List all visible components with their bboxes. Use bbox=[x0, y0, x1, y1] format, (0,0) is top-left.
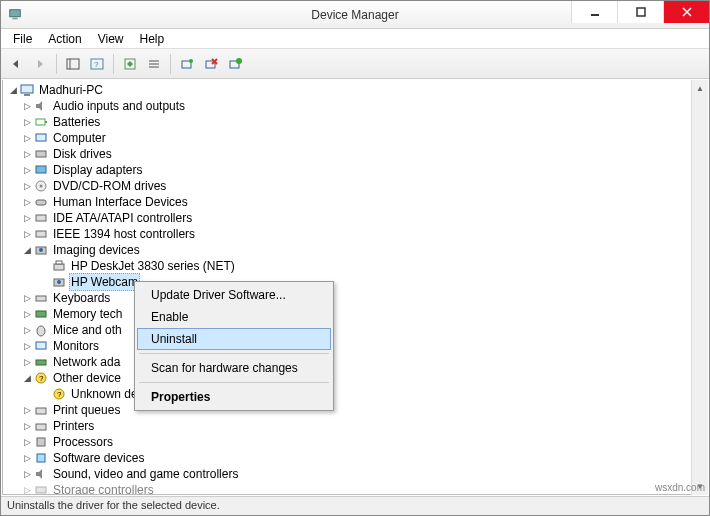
minimize-button[interactable] bbox=[571, 1, 617, 23]
context-properties[interactable]: Properties bbox=[137, 386, 331, 408]
menu-view[interactable]: View bbox=[90, 30, 132, 48]
svg-rect-52 bbox=[36, 408, 46, 414]
tree-item-label[interactable]: Keyboards bbox=[51, 290, 112, 306]
svg-rect-28 bbox=[45, 121, 47, 123]
svg-rect-27 bbox=[36, 119, 45, 125]
tree-item-label[interactable]: Display adapters bbox=[51, 162, 144, 178]
tree-item-selected[interactable]: HP Webcam bbox=[7, 274, 707, 290]
expander-icon[interactable]: ▷ bbox=[21, 338, 33, 354]
watermark: wsxdn.com bbox=[655, 482, 705, 493]
toolbar-enable-icon[interactable] bbox=[224, 53, 246, 75]
expander-icon[interactable]: ▷ bbox=[21, 178, 33, 194]
svg-rect-0 bbox=[10, 9, 21, 16]
expander-icon[interactable]: ▷ bbox=[21, 450, 33, 466]
tree-item-label[interactable]: Printers bbox=[51, 418, 96, 434]
tree-item-label[interactable]: Computer bbox=[51, 130, 108, 146]
toolbar: ? bbox=[1, 49, 709, 79]
webcam-icon bbox=[51, 274, 67, 290]
software-icon bbox=[33, 450, 49, 466]
toolbar-showhide-icon[interactable] bbox=[62, 53, 84, 75]
expander-icon[interactable]: ▷ bbox=[21, 466, 33, 482]
svg-rect-1 bbox=[12, 17, 17, 19]
tree-item-label[interactable]: Audio inputs and outputs bbox=[51, 98, 187, 114]
expander-icon[interactable]: ▷ bbox=[21, 98, 33, 114]
sound-icon bbox=[33, 466, 49, 482]
keyboard-icon bbox=[33, 290, 49, 306]
expander-icon[interactable]: ▷ bbox=[21, 130, 33, 146]
toolbar-scan-icon[interactable] bbox=[176, 53, 198, 75]
svg-rect-46 bbox=[36, 342, 46, 349]
expander-icon[interactable]: ▷ bbox=[21, 210, 33, 226]
scroll-up-icon[interactable]: ▲ bbox=[692, 80, 708, 97]
toolbar-update-icon[interactable] bbox=[119, 53, 141, 75]
expander-icon[interactable]: ▷ bbox=[21, 482, 33, 494]
context-separator bbox=[139, 353, 329, 354]
display-icon bbox=[33, 162, 49, 178]
tree-item-label[interactable]: IDE ATA/ATAPI controllers bbox=[51, 210, 194, 226]
tree-item-label[interactable]: Processors bbox=[51, 434, 115, 450]
printqueue-icon bbox=[33, 402, 49, 418]
expander-icon[interactable]: ▷ bbox=[21, 146, 33, 162]
context-enable[interactable]: Enable bbox=[137, 306, 331, 328]
expander-icon[interactable]: ◢ bbox=[7, 82, 19, 98]
tree-item-label[interactable]: IEEE 1394 host controllers bbox=[51, 226, 197, 242]
tree-item-label[interactable]: HP Webcam bbox=[69, 273, 140, 291]
tree-item-label[interactable]: Software devices bbox=[51, 450, 146, 466]
tree-item-label[interactable]: Storage controllers bbox=[51, 482, 156, 494]
expander-icon[interactable]: ◢ bbox=[21, 370, 33, 386]
device-tree[interactable]: ◢ Madhuri-PC ▷Audio inputs and outputs ▷… bbox=[3, 80, 707, 494]
tree-item-label[interactable]: Batteries bbox=[51, 114, 102, 130]
tree-item-label[interactable]: DVD/CD-ROM drives bbox=[51, 178, 168, 194]
tree-item-label[interactable]: Mice and oth bbox=[51, 322, 124, 338]
expander-icon[interactable]: ▷ bbox=[21, 354, 33, 370]
expander-icon[interactable]: ▷ bbox=[21, 226, 33, 242]
tree-item-label[interactable]: Monitors bbox=[51, 338, 101, 354]
app-icon bbox=[7, 7, 23, 23]
expander-icon[interactable]: ▷ bbox=[21, 194, 33, 210]
expander-icon[interactable]: ▷ bbox=[21, 402, 33, 418]
toolbar-list-icon[interactable] bbox=[143, 53, 165, 75]
toolbar-help-icon[interactable]: ? bbox=[86, 53, 108, 75]
tree-item-label[interactable]: Print queues bbox=[51, 402, 122, 418]
status-text: Uninstalls the driver for the selected d… bbox=[7, 499, 220, 511]
expander-icon[interactable]: ▷ bbox=[21, 114, 33, 130]
printer-icon bbox=[33, 418, 49, 434]
svg-point-42 bbox=[57, 280, 61, 284]
expander-icon[interactable]: ◢ bbox=[21, 242, 33, 258]
svg-rect-54 bbox=[37, 438, 45, 446]
tree-item-label[interactable]: Memory tech bbox=[51, 306, 124, 322]
tree-item-label[interactable]: Disk drives bbox=[51, 146, 114, 162]
menu-file[interactable]: File bbox=[5, 30, 40, 48]
dvd-icon bbox=[33, 178, 49, 194]
maximize-button[interactable] bbox=[617, 1, 663, 23]
toolbar-back[interactable] bbox=[5, 53, 27, 75]
tree-root-label[interactable]: Madhuri-PC bbox=[37, 82, 105, 98]
expander-icon[interactable]: ▷ bbox=[21, 434, 33, 450]
context-uninstall[interactable]: Uninstall bbox=[137, 328, 331, 350]
toolbar-uninstall-icon[interactable] bbox=[200, 53, 222, 75]
vertical-scrollbar[interactable]: ▲ ▼ bbox=[691, 80, 708, 495]
close-button[interactable] bbox=[663, 1, 709, 23]
tree-item-label[interactable]: HP DeskJet 3830 series (NET) bbox=[69, 258, 237, 274]
menu-help[interactable]: Help bbox=[132, 30, 173, 48]
tree-item-label[interactable]: Network ada bbox=[51, 354, 122, 370]
device-tree-panel: ◢ Madhuri-PC ▷Audio inputs and outputs ▷… bbox=[2, 80, 708, 495]
menu-action[interactable]: Action bbox=[40, 30, 89, 48]
tree-item-label[interactable]: Human Interface Devices bbox=[51, 194, 190, 210]
expander-icon[interactable]: ▷ bbox=[21, 322, 33, 338]
computer-icon bbox=[33, 130, 49, 146]
network-icon bbox=[33, 354, 49, 370]
expander-icon[interactable]: ▷ bbox=[21, 306, 33, 322]
tree-item-label[interactable]: Sound, video and game controllers bbox=[51, 466, 240, 482]
ide-icon bbox=[33, 210, 49, 226]
expander-icon[interactable]: ▷ bbox=[21, 418, 33, 434]
toolbar-forward[interactable] bbox=[29, 53, 51, 75]
context-scan[interactable]: Scan for hardware changes bbox=[137, 357, 331, 379]
tree-item-label[interactable]: Other device bbox=[51, 370, 123, 386]
tree-item-label[interactable]: Imaging devices bbox=[51, 242, 142, 258]
context-update-driver[interactable]: Update Driver Software... bbox=[137, 284, 331, 306]
expander-icon[interactable]: ▷ bbox=[21, 290, 33, 306]
svg-marker-6 bbox=[13, 60, 18, 68]
expander-icon[interactable]: ▷ bbox=[21, 162, 33, 178]
storage-icon bbox=[33, 482, 49, 494]
